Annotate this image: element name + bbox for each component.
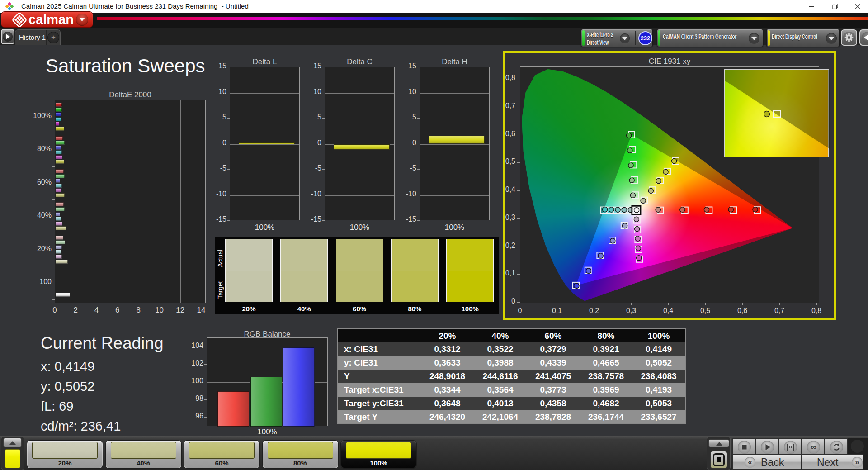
measured-green-80 (627, 148, 632, 153)
deltae-bar (56, 222, 62, 226)
gridline (76, 100, 76, 303)
deltae-bar (56, 255, 62, 259)
deltae-bar (56, 155, 62, 159)
x-tick (594, 303, 594, 305)
delta_l-plot (230, 67, 300, 220)
display-control-dropdown[interactable]: Direct Display Control (766, 29, 840, 47)
gridline (325, 195, 394, 196)
pattern-button-80%[interactable]: 80% (262, 440, 339, 469)
deltae-bar (56, 174, 65, 178)
bottom-bar: 20%40%60%80%100% ∞ « Back Next » (0, 436, 868, 470)
transport-expand-button[interactable] (708, 439, 729, 447)
inset-out-of-gamut (725, 70, 830, 149)
meter-dropdown[interactable]: X-Rite i1Pro 2 Direct View 232 (581, 29, 653, 47)
deltae-bar (56, 226, 66, 230)
calman-logo-button[interactable]: calman (1, 11, 93, 28)
y-tick (417, 169, 420, 170)
measured-red-20 (656, 207, 660, 212)
source-status-stripe (658, 30, 660, 46)
y-tick (322, 118, 325, 119)
collapse-panel-button[interactable] (859, 29, 868, 46)
minimize-button[interactable] (801, 0, 822, 13)
current-reading-line: x: 0,4149 (41, 359, 163, 374)
y-tick (52, 233, 55, 233)
next-button[interactable]: Next » (802, 454, 863, 470)
measured-white-point (634, 208, 639, 213)
y-tick-label: 100 (182, 377, 203, 385)
y-tick-label: -5 (300, 164, 321, 172)
row-label: y: CIE31 (337, 356, 421, 370)
deltae2000-title: DeltaE 2000 (46, 90, 215, 100)
tab-history-1[interactable]: History 1 (19, 33, 46, 41)
y-tick-label: 0,4 (495, 185, 515, 194)
pattern-swatch (111, 442, 176, 459)
svg-text:∞: ∞ (811, 443, 816, 451)
pattern-window-button[interactable] (710, 451, 727, 469)
swatch-80% (391, 239, 439, 302)
tab-scroll-button[interactable] (1, 29, 14, 44)
settings-button[interactable] (841, 29, 857, 46)
delta_h-plot (420, 67, 490, 220)
deltae2000-plot (55, 100, 206, 303)
measured-yellow-20 (641, 198, 646, 203)
delta_l-bar (239, 142, 295, 144)
pattern-expand-button[interactable] (3, 438, 22, 447)
y-tick-label: 102 (182, 359, 203, 367)
chevron-down-icon (79, 18, 85, 22)
x-tick-label: 12 (171, 306, 189, 315)
y-tick (322, 195, 325, 195)
y-tick-label: 5 (300, 113, 321, 121)
gridline (180, 100, 181, 303)
pattern-button-40%[interactable]: 40% (105, 440, 182, 469)
current-reading-line: fL: 69 (41, 399, 163, 414)
table-cell: 242,1064 (474, 410, 527, 424)
add-tab-button[interactable]: + (47, 32, 59, 43)
spectrum-gradient-stripe (97, 17, 868, 20)
measured-cyan-80 (609, 207, 614, 212)
nav-end-spacer (863, 454, 868, 470)
deltae-bar (56, 179, 60, 183)
close-button[interactable] (847, 0, 868, 13)
stop-button[interactable] (732, 438, 755, 455)
table-header: 60% (527, 329, 580, 342)
deltae-bar (56, 136, 63, 140)
x-tick-label: 0 (509, 307, 531, 315)
swatch-label: 40% (280, 305, 328, 313)
pattern-button-60%[interactable]: 60% (184, 440, 260, 469)
meter-line1: X-Rite i1Pro 2 (587, 31, 613, 38)
table-cell: 0,3988 (474, 356, 527, 370)
restore-button[interactable] (825, 0, 845, 13)
logo-dropdown-button[interactable] (76, 14, 88, 26)
pattern-button-20%[interactable]: 20% (27, 440, 103, 469)
deltae-bar (56, 217, 61, 221)
current-pattern-swatch[interactable] (5, 449, 20, 468)
refresh-icon (830, 441, 843, 454)
table-cell: 0,4682 (580, 397, 632, 410)
x-tick-label: 0,6 (731, 307, 754, 315)
back-button[interactable]: « Back (732, 454, 801, 470)
measured-magenta-40 (635, 227, 640, 232)
pattern-button-100%[interactable]: 100% (340, 440, 417, 469)
gridline (420, 119, 489, 119)
table-header: 80% (580, 329, 632, 342)
swatch-60% (336, 239, 383, 302)
play-icon (761, 441, 774, 454)
deltae-bar (56, 260, 68, 264)
table-cell: 0,4013 (474, 397, 527, 410)
y-tick (52, 266, 55, 266)
y-tick (417, 220, 420, 221)
single-measure-button[interactable] (778, 438, 802, 455)
gridline (230, 93, 299, 94)
continuous-button[interactable]: ∞ (802, 438, 825, 455)
table-row: x: CIE310,33120,35220,37290,39210,4149 (337, 342, 685, 356)
measured-magenta-60 (635, 236, 640, 241)
play-button[interactable] (755, 438, 778, 455)
calman-logo-text: calman (28, 12, 74, 28)
refresh-button[interactable] (825, 438, 848, 455)
x-label: 100% (230, 223, 300, 232)
measured-yellow-100 (672, 158, 677, 163)
y-tick-label: 0,6 (495, 130, 515, 138)
deltae-bar (56, 293, 70, 297)
pattern-source-dropdown[interactable]: CalMAN Client 3 Pattern Generator (657, 29, 763, 47)
table-cell: 0,3773 (527, 383, 580, 397)
